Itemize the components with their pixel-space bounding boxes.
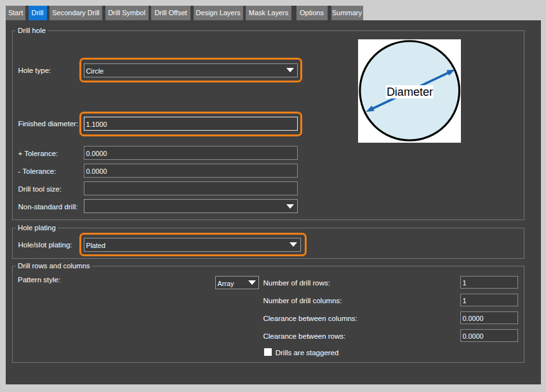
svg-text:Diameter: Diameter (387, 86, 433, 98)
